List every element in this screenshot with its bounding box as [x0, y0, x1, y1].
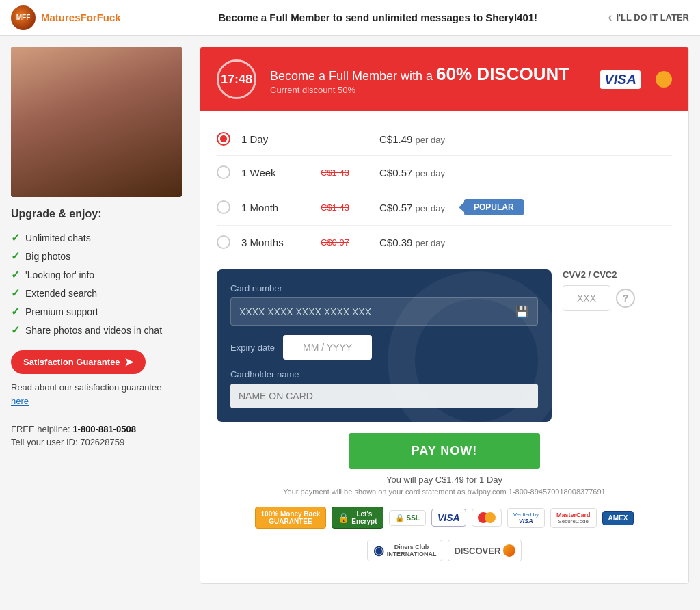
- feature-list: ✓Unlimited chats ✓Big photos ✓'Looking f…: [11, 228, 189, 339]
- plan-price-1day: C$1.49 per day: [379, 133, 445, 145]
- list-item: ✓'Looking for' info: [11, 265, 189, 284]
- banner-text: Become a Full Member with a 60% DISCOUNT…: [270, 64, 587, 95]
- pay-now-button[interactable]: PAY NOW!: [349, 433, 540, 469]
- check-icon: ✓: [11, 231, 20, 244]
- radio-1day[interactable]: [217, 132, 230, 146]
- plan-name-1month: 1 Month: [241, 202, 310, 213]
- diners-icon: ◉: [373, 543, 384, 558]
- expiry-row: Expiry date MM / YYYY: [230, 335, 538, 360]
- list-item: ✓Extended search: [11, 284, 189, 302]
- card-icon: 💾: [515, 305, 529, 318]
- card-number-input[interactable]: XXXX XXXX XXXX XXXX XXX 💾: [230, 297, 538, 326]
- plan-price-1month: C$0.57 per day: [379, 202, 445, 213]
- cvv-input-row: XXX ?: [563, 285, 672, 311]
- plan-row-1day[interactable]: 1 Day C$1.49 per day: [217, 122, 672, 156]
- cvv-label: CVV2 / CVC2: [563, 269, 672, 280]
- main-layout: Upgrade & enjoy: ✓Unlimited chats ✓Big p…: [0, 36, 700, 595]
- plan-row-1week[interactable]: 1 Week C$1.43 C$0.57 per day: [217, 156, 672, 189]
- guarantee-text-badge: 100% Money BackGUARANTEE: [261, 510, 321, 525]
- skip-label: I'LL DO IT LATER: [616, 12, 689, 23]
- profile-blur-overlay: [11, 47, 182, 197]
- mastercard-securecode-badge: MasterCard SecureCode: [550, 508, 597, 528]
- amex-badge: AMEX: [602, 511, 634, 525]
- timer-countdown: 17:48: [217, 59, 256, 99]
- plan-price-1week: C$0.57 per day: [379, 167, 445, 178]
- diners-club-badge: ◉ Diners ClubINTERNATIONAL: [367, 540, 443, 561]
- expiry-label: Expiry date: [230, 343, 275, 353]
- plan-old-price-1month: C$1.43: [321, 202, 368, 213]
- plan-old-price-1week: C$1.43: [321, 168, 368, 178]
- cvv-input[interactable]: XXX: [563, 285, 610, 311]
- guarantee-text: Read about our satisfaction guarantee he…: [11, 381, 189, 408]
- plans-section: 1 Day C$1.49 per day 1 Week C$1.43 C$0.5…: [200, 111, 688, 269]
- lock-icon: 🔒: [338, 512, 349, 523]
- check-icon: ✓: [11, 268, 20, 281]
- chevron-left-icon: ‹: [608, 10, 612, 25]
- mastercard-logo-small: [478, 512, 496, 523]
- card-form: Card number XXXX XXXX XXXX XXXX XXX 💾 Ex…: [217, 269, 552, 422]
- money-back-guarantee-badge: 100% Money BackGUARANTEE: [255, 507, 327, 529]
- visa-logo: VISA: [600, 70, 641, 89]
- second-badge-row: ◉ Diners ClubINTERNATIONAL DISCOVER: [217, 540, 672, 572]
- pay-statement: Your payment will be shown on your card …: [217, 488, 672, 496]
- header-message: Become a Full Member to send unlimited m…: [148, 12, 608, 23]
- radio-1month[interactable]: [217, 200, 230, 214]
- list-item: ✓Premium support: [11, 302, 189, 321]
- user-id: Tell your user ID: 702628759: [11, 437, 189, 447]
- check-icon: ✓: [11, 287, 20, 300]
- plan-row-1month[interactable]: 1 Month C$1.43 C$0.57 per day POPULAR: [217, 189, 672, 226]
- discover-badge: DISCOVER: [448, 540, 522, 561]
- check-icon: ✓: [11, 323, 20, 336]
- mc-orange-circle: [656, 71, 672, 88]
- satisfaction-guarantee-button[interactable]: Satisfaction Guarantee ➤: [11, 350, 146, 374]
- plan-row-3months[interactable]: 3 Months C$0.97 C$0.39 per day: [217, 226, 672, 258]
- discount-banner: 17:48 Become a Full Member with a 60% DI…: [200, 47, 688, 111]
- radio-3months[interactable]: [217, 235, 230, 249]
- verified-visa-badge: Verified by VISA: [507, 508, 545, 528]
- header: MFF MaturesForFuck Become a Full Member …: [0, 0, 700, 36]
- radio-1week[interactable]: [217, 165, 230, 179]
- check-icon: ✓: [11, 250, 20, 263]
- guarantee-link[interactable]: here: [11, 396, 29, 406]
- visa-badge: VISA: [431, 509, 466, 527]
- expiry-input[interactable]: MM / YYYY: [283, 335, 372, 360]
- radio-inner: [220, 135, 227, 142]
- mastercard-logo: [646, 71, 672, 88]
- discover-circle-icon: [503, 544, 515, 557]
- logo-text: MaturesForFuck: [41, 12, 121, 23]
- plan-name-3months: 3 Months: [241, 237, 310, 248]
- cardholder-label: Cardholder name: [230, 369, 538, 380]
- skip-button[interactable]: ‹ I'LL DO IT LATER: [608, 10, 689, 25]
- card-number-label: Card number: [230, 283, 538, 293]
- logo-icon: MFF: [11, 5, 36, 30]
- pay-section: PAY NOW! You will pay C$1.49 for 1 Day Y…: [200, 433, 688, 583]
- check-icon: ✓: [11, 305, 20, 318]
- plan-price-3months: C$0.39 per day: [379, 237, 445, 248]
- content-area: 17:48 Become a Full Member with a 60% DI…: [200, 47, 689, 584]
- plan-old-price-3months: C$0.97: [321, 237, 368, 248]
- cardholder-input[interactable]: [230, 384, 538, 408]
- trust-badges: 100% Money BackGUARANTEE 🔒 Let'sEncrypt …: [217, 507, 672, 540]
- ssl-badge: 🔒 SSL: [389, 510, 426, 526]
- sidebar: Upgrade & enjoy: ✓Unlimited chats ✓Big p…: [11, 47, 189, 584]
- payment-logos: VISA: [600, 70, 672, 89]
- helpline: FREE helpline: 1-800-881-0508: [11, 424, 189, 434]
- cvv-section: CVV2 / CVC2 XXX ?: [563, 269, 672, 422]
- plan-name-1week: 1 Week: [241, 167, 310, 178]
- arrow-right-icon: ➤: [124, 356, 133, 369]
- banner-main-text: Become a Full Member with a 60% DISCOUNT: [270, 64, 587, 85]
- satisfaction-label: Satisfaction Guarantee: [23, 357, 120, 367]
- list-item: ✓Share photos and videos in chat: [11, 321, 189, 339]
- upgrade-title: Upgrade & enjoy:: [11, 208, 189, 220]
- popular-badge: POPULAR: [464, 199, 524, 215]
- lets-encrypt-badge: 🔒 Let'sEncrypt: [332, 507, 383, 529]
- profile-picture: [11, 47, 182, 197]
- cvv-help-button[interactable]: ?: [616, 289, 635, 308]
- logo-area: MFF MaturesForFuck: [11, 5, 148, 30]
- plan-name-1day: 1 Day: [241, 133, 310, 145]
- list-item: ✓Unlimited chats: [11, 228, 189, 247]
- pay-info: You will pay C$1.49 for 1 Day: [217, 475, 672, 485]
- mastercard-badge: [472, 509, 502, 527]
- card-form-wrapper: Card number XXXX XXXX XXXX XXXX XXX 💾 Ex…: [200, 269, 688, 433]
- list-item: ✓Big photos: [11, 247, 189, 265]
